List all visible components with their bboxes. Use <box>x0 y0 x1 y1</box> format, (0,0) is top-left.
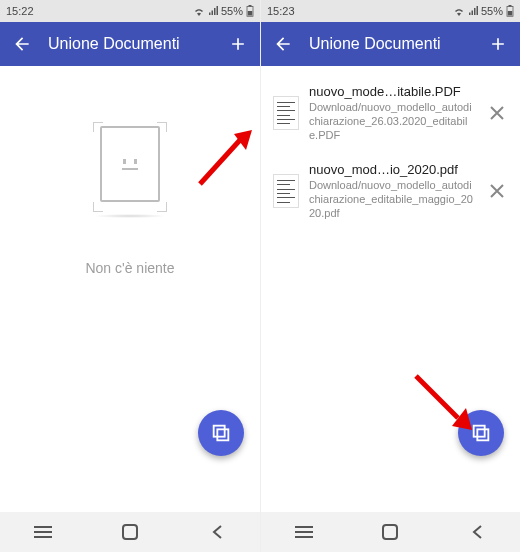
status-bar: 15:22 55% <box>0 0 260 22</box>
close-icon <box>490 106 504 120</box>
recents-icon <box>34 525 52 539</box>
wifi-icon <box>193 6 205 16</box>
svg-rect-21 <box>383 525 397 539</box>
file-path: Download/nuovo_modello_autodichiarazione… <box>309 101 476 142</box>
close-icon <box>490 184 504 198</box>
document-thumb-icon <box>273 96 299 130</box>
back-button[interactable] <box>271 32 295 56</box>
status-time: 15:23 <box>267 5 295 17</box>
chevron-left-icon <box>211 524 223 540</box>
svg-rect-2 <box>248 11 253 16</box>
add-button[interactable] <box>486 32 510 56</box>
svg-rect-1 <box>249 5 252 7</box>
wifi-icon <box>453 6 465 16</box>
file-path: Download/nuovo_modello_autodichiarazione… <box>309 179 476 220</box>
arrow-left-icon <box>12 34 32 54</box>
nav-recents[interactable] <box>23 512 63 552</box>
signal-icon <box>468 6 478 16</box>
chevron-left-icon <box>471 524 483 540</box>
nav-back[interactable] <box>197 512 237 552</box>
appbar-title: Unione Documenti <box>48 35 212 53</box>
appbar-title: Unione Documenti <box>309 35 472 53</box>
battery-icon <box>506 5 514 17</box>
remove-button[interactable] <box>486 102 508 124</box>
empty-text: Non c'è niente <box>85 260 174 276</box>
content-area: Non c'è niente <box>0 66 260 512</box>
list-item[interactable]: nuovo_mode…itabile.PDF Download/nuovo_mo… <box>261 74 520 152</box>
arrow-left-icon <box>273 34 293 54</box>
battery-icon <box>246 5 254 17</box>
nav-bar <box>261 512 520 552</box>
add-button[interactable] <box>226 32 250 56</box>
merge-icon <box>210 422 232 444</box>
merge-fab[interactable] <box>458 410 504 456</box>
nav-home[interactable] <box>110 512 150 552</box>
status-bar: 15:23 55% <box>261 0 520 22</box>
battery-percent: 55% <box>481 5 503 17</box>
nav-back[interactable] <box>457 512 497 552</box>
nav-home[interactable] <box>370 512 410 552</box>
svg-rect-15 <box>477 429 488 440</box>
app-bar: Unione Documenti <box>261 22 520 66</box>
app-bar: Unione Documenti <box>0 22 260 66</box>
document-thumb-icon <box>273 174 299 208</box>
status-right: 55% <box>453 5 514 17</box>
nav-recents[interactable] <box>284 512 324 552</box>
phone-right: 15:23 55% Unione Documenti nuovo_mode…it… <box>260 0 520 552</box>
plus-icon <box>228 34 248 54</box>
battery-percent: 55% <box>221 5 243 17</box>
back-button[interactable] <box>10 32 34 56</box>
svg-rect-14 <box>474 426 485 437</box>
remove-button[interactable] <box>486 180 508 202</box>
home-icon <box>382 524 398 540</box>
signal-icon <box>208 6 218 16</box>
empty-state: Non c'è niente <box>0 66 260 276</box>
empty-illustration <box>97 126 163 208</box>
svg-rect-3 <box>214 426 225 437</box>
merge-icon <box>470 422 492 444</box>
svg-rect-10 <box>123 525 137 539</box>
recents-icon <box>295 525 313 539</box>
file-name: nuovo_mod…io_2020.pdf <box>309 162 476 177</box>
content-area: nuovo_mode…itabile.PDF Download/nuovo_mo… <box>261 66 520 512</box>
status-time: 15:22 <box>6 5 34 17</box>
plus-icon <box>488 34 508 54</box>
phone-left: 15:22 55% Unione Documenti <box>0 0 260 552</box>
status-right: 55% <box>193 5 254 17</box>
home-icon <box>122 524 138 540</box>
svg-rect-12 <box>509 5 512 7</box>
list-item[interactable]: nuovo_mod…io_2020.pdf Download/nuovo_mod… <box>261 152 520 230</box>
svg-rect-13 <box>508 11 513 16</box>
nav-bar <box>0 512 260 552</box>
svg-line-16 <box>416 376 458 418</box>
svg-rect-4 <box>217 429 228 440</box>
file-name: nuovo_mode…itabile.PDF <box>309 84 476 99</box>
merge-fab[interactable] <box>198 410 244 456</box>
file-list: nuovo_mode…itabile.PDF Download/nuovo_mo… <box>261 66 520 239</box>
